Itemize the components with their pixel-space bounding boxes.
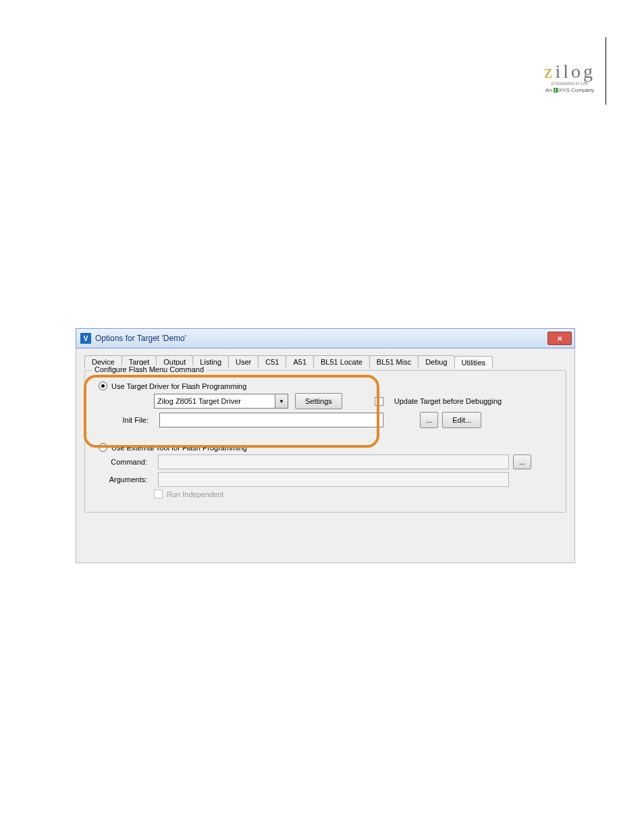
radio-use-target-driver[interactable] [99, 382, 107, 390]
tab-a51[interactable]: A51 [286, 355, 314, 368]
tab-c51[interactable]: C51 [258, 355, 286, 368]
logo-letter-z: z [544, 61, 555, 82]
arguments-label: Arguments: [107, 475, 147, 484]
tab-user[interactable]: User [228, 355, 259, 368]
init-file-input[interactable] [159, 413, 383, 427]
tab-utilities[interactable]: Utilities [454, 356, 493, 369]
command-input[interactable] [158, 454, 509, 469]
close-icon: ✕ [557, 335, 562, 342]
dialog-title: Options for Target 'Demo' [95, 334, 186, 343]
init-edit-button[interactable]: Edit... [442, 412, 481, 428]
radio-use-target-driver-label: Use Target Driver for Flash Programming [111, 382, 246, 390]
radio-use-external-tool[interactable] [99, 443, 107, 452]
group-configure-flash: Configure Flash Menu Command Use Target … [84, 370, 566, 513]
close-button[interactable]: ✕ [547, 332, 572, 345]
command-label: Command: [107, 458, 147, 466]
settings-button[interactable]: Settings [295, 393, 342, 409]
target-driver-value[interactable] [155, 395, 275, 407]
arguments-input[interactable] [158, 472, 509, 487]
logo-ixys-rest: IXYS Company [558, 87, 595, 93]
radio-use-external-tool-label: Use External Tool for Flash Programming [111, 444, 247, 452]
app-icon: V [80, 333, 91, 344]
update-target-label: Update Target before Debugging [394, 397, 502, 405]
dialog-body: Device Target Output Listing User C51 A5… [76, 348, 575, 563]
page-side-rule [606, 37, 606, 105]
run-independent-checkbox [154, 490, 163, 498]
tab-debug[interactable]: Debug [418, 355, 454, 368]
title-bar: V Options for Target 'Demo' ✕ [76, 328, 575, 348]
tab-bl51-misc[interactable]: BL51 Misc [369, 355, 419, 368]
init-file-label: Init File: [115, 416, 149, 424]
logo: zilog Embedded In Life An IIXYS Company [544, 61, 595, 93]
logo-rest: ilog [555, 61, 595, 82]
logo-tagline: Embedded In Life [544, 81, 595, 86]
tab-bl51-locate[interactable]: BL51 Locate [313, 355, 370, 368]
logo-company-line: An IIXYS Company [544, 87, 595, 93]
logo-ixys-prefix: An [545, 87, 552, 93]
update-target-checkbox[interactable] [375, 397, 383, 406]
target-driver-dropdown[interactable]: ▼ [154, 394, 288, 409]
dialog-screenshot: V Options for Target 'Demo' ✕ Device Tar… [76, 328, 575, 562]
command-browse-button[interactable]: ... [513, 454, 531, 469]
chevron-down-icon[interactable]: ▼ [275, 394, 288, 408]
run-independent-label: Run Independent [167, 490, 223, 498]
logo-wordmark: zilog [544, 61, 595, 82]
group-legend: Configure Flash Menu Command [92, 365, 207, 373]
init-browse-button[interactable]: ... [420, 412, 438, 428]
